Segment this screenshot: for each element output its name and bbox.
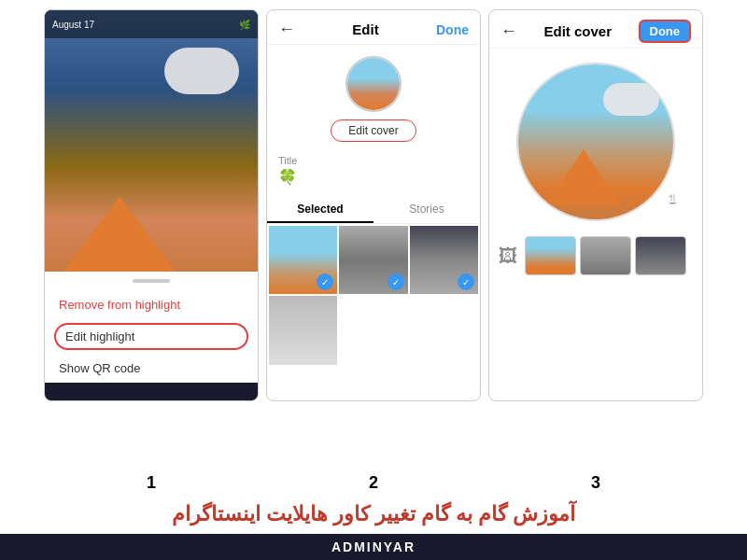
drag-handle (133, 279, 170, 283)
grid-img-light (269, 296, 337, 364)
show-qr-item[interactable]: Show QR code (45, 354, 258, 383)
screenshots-row: August 17 🌿 Remove from highlight Edit h… (0, 0, 747, 469)
edit-cover-button[interactable]: Edit cover (331, 119, 416, 142)
phone2-header: ← Edit Done (267, 10, 480, 45)
page-number: 1 (669, 190, 676, 205)
persian-caption: آموزش گام به گام تغییر کاور هایلایت اینس… (0, 498, 747, 530)
phone-frame-step1: August 17 🌿 Remove from highlight Edit h… (44, 9, 259, 401)
phone3-header: ← Edit cover Done (489, 10, 702, 49)
thumb-1[interactable] (525, 236, 576, 275)
phone2-title-label: Edit (352, 21, 378, 37)
phone-frame-step3: ← Edit cover Done 1 🖼 (488, 9, 703, 401)
phone3-title-label: Edit cover (543, 23, 612, 39)
circle-tent (546, 149, 621, 205)
brand-bar: ADMINYAR (0, 534, 747, 560)
tent-shape (63, 197, 176, 272)
phone2-avatar-section: Edit cover (267, 45, 480, 149)
phone3-cover-circle (516, 63, 675, 221)
phone1-bottom-menu: Remove from highlight Edit highlight Sho… (45, 272, 258, 383)
phone2-back-button[interactable]: ← (278, 20, 295, 39)
main-container: August 17 🌿 Remove from highlight Edit h… (0, 0, 747, 560)
bottom-section: آموزش گام به گام تغییر کاور هایلایت اینس… (0, 493, 747, 560)
phone3-done-button[interactable]: Done (639, 20, 692, 43)
thumb-2[interactable] (580, 236, 631, 275)
phone3-circle-area: 1 (489, 49, 702, 229)
phone1-background: August 17 🌿 (45, 10, 258, 272)
grid-item-5 (339, 296, 407, 364)
thumb-3[interactable] (635, 236, 686, 275)
step-number-3: 3 (488, 473, 703, 493)
image-gallery-icon[interactable]: 🖼 (499, 245, 517, 267)
check-badge-2: ✓ (388, 273, 404, 290)
step-number-2: 2 (266, 473, 481, 493)
grid-item-4[interactable] (269, 296, 337, 364)
grid-item-6 (410, 296, 478, 364)
edit-highlight-item[interactable]: Edit highlight (54, 323, 248, 350)
grid-item-3[interactable]: ✓ (410, 226, 478, 294)
circle-image (518, 64, 673, 219)
step-number-1: 1 (44, 473, 259, 493)
phone2-grid: ✓ ✓ ✓ (267, 224, 480, 367)
step-numbers-row: 1 2 3 (0, 469, 747, 493)
avatar-image (347, 58, 400, 110)
phone3-thumbnail-row: 🖼 (489, 229, 702, 283)
phone3-back-button[interactable]: ← (500, 21, 517, 41)
remove-highlight-item[interactable]: Remove from highlight (45, 290, 258, 319)
cloud-shape (164, 48, 239, 94)
phone2-title-section: Title 🍀 (267, 149, 480, 191)
grid-item-1[interactable]: ✓ (269, 226, 337, 294)
title-label: Title (278, 155, 469, 166)
phone2-avatar (345, 56, 402, 112)
phone1-top-bar: August 17 🌿 (45, 10, 258, 38)
circle-cloud (603, 83, 659, 116)
grid-item-2[interactable]: ✓ (339, 226, 407, 294)
phone2-done-button[interactable]: Done (436, 22, 469, 37)
phone2-tabs: Selected Stories (267, 197, 480, 224)
phone1-date-label: August 17 (52, 20, 94, 30)
title-emoji: 🍀 (278, 168, 469, 186)
tab-selected[interactable]: Selected (267, 197, 374, 223)
tab-stories[interactable]: Stories (374, 197, 480, 223)
phone-frame-step2: ← Edit Done Edit cover Title 🍀 Selected … (266, 9, 481, 401)
phone1-icon: 🌿 (239, 20, 250, 30)
